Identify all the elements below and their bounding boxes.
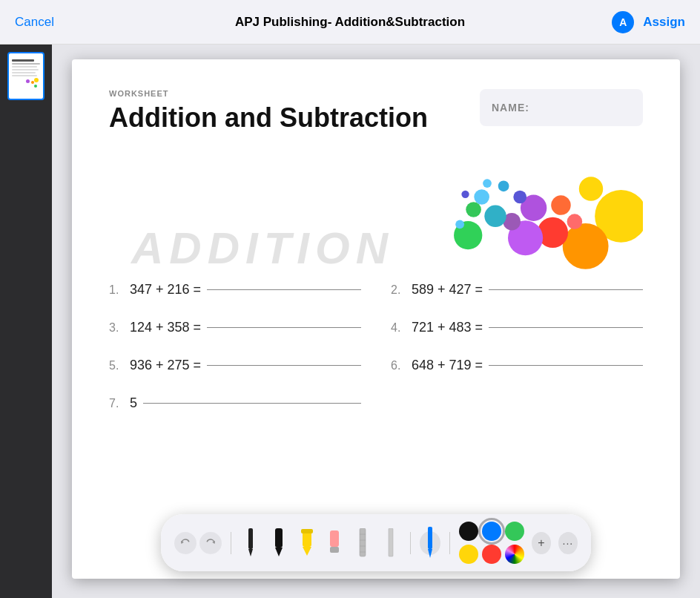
problem-row: 1. 347 + 216 = <box>109 282 361 298</box>
answer-line <box>207 365 361 366</box>
addition-watermark: ADDITION <box>131 223 394 274</box>
problem-number: 7. <box>109 397 124 410</box>
svg-rect-15 <box>428 527 432 549</box>
bubbles-decoration <box>435 141 643 297</box>
blue-pen-tool-button[interactable] <box>420 531 440 555</box>
problem-expression: 936 + 275 = <box>130 358 201 373</box>
nav-title: APJ Publishing- Addition&Subtraction <box>235 15 465 30</box>
grid-tool-button[interactable] <box>352 531 373 555</box>
problem-number: 2. <box>391 283 406 297</box>
toolbar-divider <box>449 532 450 554</box>
svg-rect-0 <box>248 528 253 549</box>
more-options-button[interactable]: ··· <box>558 532 578 554</box>
thumb-bubbles <box>12 78 40 91</box>
add-color-button[interactable]: + <box>532 532 551 554</box>
bubble <box>579 177 603 200</box>
problem-row: 4. 721 + 483 = <box>391 320 643 335</box>
problem-row: 6. 648 + 719 = <box>391 358 643 373</box>
bubble <box>567 214 583 229</box>
worksheet-page[interactable]: WORKSHEET Addition and Subtraction NAME:… <box>72 59 680 579</box>
problems-section: 1. 347 + 216 = 2. 589 + 427 = 3. 124 + 3… <box>109 282 643 411</box>
problem-expression: 5 <box>130 395 137 411</box>
color-yellow-swatch[interactable] <box>459 545 478 564</box>
bubble <box>474 189 489 205</box>
problem-number: 1. <box>109 283 124 297</box>
bubble <box>484 206 506 227</box>
assign-button[interactable]: Assign <box>643 15 685 30</box>
drawing-toolbar: + ··· <box>161 514 591 571</box>
navigation-bar: Cancel APJ Publishing- Addition&Subtract… <box>0 0 700 45</box>
color-red-swatch[interactable] <box>482 545 501 564</box>
ruler-tool-button[interactable] <box>380 531 401 555</box>
thumb-line <box>12 69 39 70</box>
thumb-line <box>12 63 40 65</box>
toolbar-divider <box>410 532 411 554</box>
color-multicolor-swatch[interactable] <box>505 545 524 564</box>
pen-tool-button[interactable] <box>240 531 261 555</box>
problem-number: 4. <box>391 321 406 335</box>
bubble <box>551 195 571 215</box>
name-field[interactable]: NAME: <box>480 89 643 126</box>
plus-icon: + <box>538 536 544 550</box>
problem-expression: 648 + 719 = <box>412 358 483 373</box>
bubble <box>563 223 609 269</box>
svg-marker-5 <box>303 547 311 556</box>
color-green-swatch[interactable] <box>505 522 524 541</box>
answer-line <box>207 327 361 328</box>
color-black-swatch[interactable] <box>459 522 478 541</box>
thumb-bubble <box>34 78 39 82</box>
bubbles-svg <box>435 141 643 297</box>
problem-expression: 124 + 358 = <box>130 320 201 335</box>
eraser-tool-button[interactable] <box>325 531 346 555</box>
bubble <box>461 191 469 198</box>
bubble <box>483 179 492 188</box>
answer-line <box>207 289 361 290</box>
color-palette <box>459 522 524 564</box>
thumb-bubble <box>34 85 37 88</box>
svg-rect-14 <box>389 528 393 556</box>
thumb-line <box>12 66 37 68</box>
thumb-preview <box>9 53 43 94</box>
highlighter-tool-button[interactable] <box>297 531 317 555</box>
thumb-bubble <box>26 79 30 83</box>
sidebar-thumbnail[interactable] <box>7 52 44 100</box>
answer-line <box>489 327 643 328</box>
bubble <box>466 202 481 217</box>
answer-line <box>143 403 361 404</box>
svg-rect-2 <box>275 528 283 548</box>
svg-marker-16 <box>428 549 432 558</box>
user-avatar[interactable]: A <box>612 11 634 33</box>
main-layout: WORKSHEET Addition and Subtraction NAME:… <box>0 45 700 598</box>
redo-button[interactable] <box>199 532 222 554</box>
nav-right-actions: A Assign <box>612 11 685 33</box>
thumb-line <box>12 72 36 73</box>
content-area: WORKSHEET Addition and Subtraction NAME:… <box>52 45 700 598</box>
color-blue-swatch[interactable] <box>482 522 501 541</box>
cancel-button[interactable]: Cancel <box>15 15 54 30</box>
thumb-line <box>12 59 34 62</box>
svg-rect-6 <box>301 529 313 533</box>
sidebar <box>0 45 52 598</box>
marker-tool-button[interactable] <box>268 531 289 555</box>
bubble <box>513 191 526 204</box>
name-label: NAME: <box>492 102 529 114</box>
problem-row: 5. 936 + 275 = <box>109 358 361 373</box>
answer-line <box>489 365 643 366</box>
svg-rect-8 <box>330 547 339 553</box>
problem-row: 3. 124 + 358 = <box>109 320 361 335</box>
problem-expression: 721 + 483 = <box>412 320 483 335</box>
svg-rect-9 <box>360 528 366 556</box>
undo-button[interactable] <box>174 532 197 554</box>
bubble <box>498 180 509 191</box>
svg-marker-3 <box>275 548 283 556</box>
problem-number: 6. <box>391 359 406 372</box>
problem-number: 5. <box>109 359 124 372</box>
problem-number: 3. <box>109 321 124 335</box>
thumb-bubble <box>31 81 34 84</box>
ellipsis-icon: ··· <box>563 537 574 549</box>
thumb-line <box>12 75 37 76</box>
problem-expression: 347 + 216 = <box>130 282 201 298</box>
svg-rect-7 <box>330 530 339 547</box>
problem-row: 7. 5 <box>109 395 361 411</box>
svg-marker-1 <box>248 549 253 556</box>
